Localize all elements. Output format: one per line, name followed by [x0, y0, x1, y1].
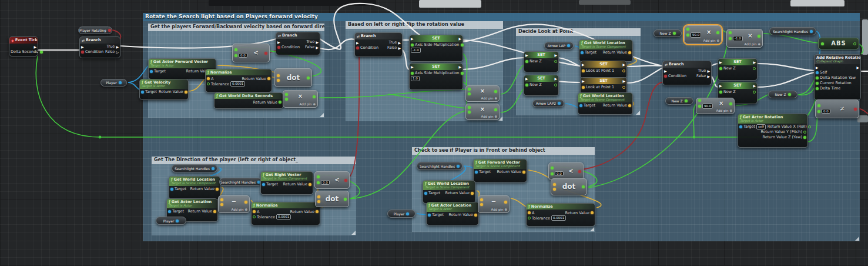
math-node-math-dot-5[interactable]: dot: [551, 178, 587, 195]
green-pin-icon[interactable]: [788, 93, 791, 96]
variable-node-var-searchlight-handles-r[interactable]: Searchlight Handles: [769, 27, 816, 35]
branch-node-branch-2[interactable]: ⇄Branch▶True▶ConditionFalse▶: [354, 32, 403, 57]
add-pin-button[interactable]: Add pin⊕: [744, 42, 760, 46]
exec-pin-icon[interactable]: ▶: [582, 78, 585, 84]
exec-pin-icon[interactable]: ▶: [664, 69, 667, 73]
exec-pin-icon[interactable]: ▶: [554, 52, 557, 58]
exec-pin-icon[interactable]: ▶: [411, 35, 414, 42]
green-pin-icon[interactable]: [494, 90, 497, 93]
red-pin-icon[interactable]: [277, 46, 280, 49]
yellow-pin-icon[interactable]: [185, 91, 187, 94]
exec-pin-icon[interactable]: ▶: [753, 82, 756, 89]
green-pin-icon[interactable]: [234, 54, 237, 57]
exec-pin-icon[interactable]: ▶: [411, 64, 414, 70]
yellow-pin-icon[interactable]: [207, 77, 210, 80]
fn-node-fn-get-world-location-5[interactable]: ƒGet World LocationTarget is Scene Compo…: [423, 180, 475, 204]
blue-pin-icon[interactable]: [150, 70, 153, 73]
exec-pin-icon[interactable]: ▶: [356, 41, 359, 45]
yellow-pin-icon[interactable]: [474, 214, 477, 217]
green-pin-icon[interactable]: [673, 32, 676, 35]
greeno-pin-icon[interactable]: [528, 217, 531, 220]
pin-value-field[interactable]: 0.0001: [551, 215, 566, 221]
yellow-pin-icon[interactable]: [522, 171, 525, 174]
math-node-math-mult-3[interactable]: ×Add pin⊕: [465, 104, 500, 120]
fn-node-fn-normalize-5[interactable]: ƒNormalizeAReturn ValueTolerance0.0001: [526, 203, 595, 227]
exec-pin-icon[interactable]: ▶: [622, 61, 625, 68]
exec-pin-icon[interactable]: ▷: [116, 51, 119, 54]
blue-pin-icon[interactable]: [567, 44, 570, 47]
exec-pin-icon[interactable]: ▶: [33, 45, 36, 49]
green-pin-icon[interactable]: [719, 67, 722, 70]
exec-pin-icon[interactable]: ▶: [398, 41, 401, 45]
green-pin-icon[interactable]: [729, 102, 732, 105]
exec-pin-icon[interactable]: ▶: [719, 59, 722, 65]
math-node-math-less-5[interactable]: 0.0<: [548, 162, 584, 180]
variable-node-var-searchlight-handles-1[interactable]: Searchlight Handles: [172, 164, 217, 172]
yellow-pin-icon[interactable]: [528, 211, 531, 214]
math-value-field[interactable]: 90.0: [702, 104, 713, 109]
greeno-pin-icon[interactable]: [554, 84, 557, 87]
yellow-pin-icon[interactable]: [277, 79, 280, 82]
greeno-pin-icon[interactable]: [803, 131, 806, 134]
branch-node-branch-left[interactable]: ⇄Branch▶True▶ConditionFalse▷: [79, 36, 120, 58]
math-value-field[interactable]: 0.0: [822, 109, 830, 114]
blue-pin-icon[interactable]: [428, 214, 431, 217]
math-value-field[interactable]: 90.0: [691, 32, 701, 38]
math-node-math-not-equal[interactable]: 0.0≠: [815, 99, 859, 118]
math-node-math-less-1[interactable]: 0.0<: [232, 44, 270, 62]
green-pin-icon[interactable]: [686, 34, 689, 36]
math-node-math-mult-90-sel[interactable]: 90.0×Add pin⊕: [684, 25, 722, 44]
green-pin-icon[interactable]: [716, 31, 719, 34]
math-node-math-sub-5[interactable]: −Add pin⊕: [478, 195, 510, 213]
green-pin-icon[interactable]: [468, 92, 471, 95]
blue-pin-icon[interactable]: [810, 30, 813, 33]
green-pin-icon[interactable]: [461, 44, 464, 46]
fn-node-fn-get-forward-vector[interactable]: ƒGet Forward VectorTarget is Scene Compo…: [473, 159, 527, 182]
collapsed-node-collapsed-add-relative-rotation[interactable]: Add Relative RotationCollapsed Graph▶▶Se…: [814, 54, 861, 100]
variable-node-var-player-4[interactable]: Player: [156, 217, 186, 225]
green-pin-icon[interactable]: [816, 87, 819, 90]
red-pin-icon[interactable]: [578, 170, 581, 173]
event-node-event-tick[interactable]: ◆Event Tick▶Delta Seconds: [9, 36, 38, 56]
comment-header[interactable]: Decide Look at Point: [516, 28, 641, 36]
comment-header[interactable]: Get the players Forward/Backward velocit…: [148, 24, 324, 31]
green-pin-icon[interactable]: [317, 175, 320, 178]
blue-pin-icon[interactable]: [558, 102, 561, 105]
fn-node-fn-get-velocity[interactable]: ƒGet VelocityTarget is ActorTargetReturn…: [139, 79, 189, 100]
green-pin-icon[interactable]: [285, 93, 288, 96]
add-pin-button[interactable]: Add pin⊕: [231, 208, 247, 212]
exec-pin-icon[interactable]: ▶: [316, 46, 319, 49]
blue-pin-icon[interactable]: [212, 167, 215, 170]
yellow-pin-icon[interactable]: [582, 69, 585, 72]
green-pin-icon[interactable]: [468, 106, 471, 109]
yellow-pin-icon[interactable]: [220, 198, 223, 201]
blue-pin-icon[interactable]: [739, 125, 742, 128]
exec-pin-icon[interactable]: ▶: [707, 69, 710, 73]
yellowo-pin-icon[interactable]: [622, 86, 625, 89]
green-pin-icon[interactable]: [729, 37, 732, 40]
math-node-math-less-4[interactable]: 0.0<: [314, 171, 350, 189]
yellow-pin-icon[interactable]: [504, 201, 507, 204]
yellow-pin-icon[interactable]: [220, 203, 223, 206]
blue-pin-icon[interactable]: [816, 71, 819, 74]
greeno-pin-icon[interactable]: [207, 82, 210, 85]
set-node-set-look-at-point-1[interactable]: ▶SET▶Look at Point 1: [580, 61, 627, 78]
red-pin-icon[interactable]: [108, 29, 111, 32]
fn-node-fn-normalize-4[interactable]: ƒNormalizeAReturn ValueTolerance0.0001: [251, 202, 320, 225]
exec-pin-icon[interactable]: ▶: [856, 66, 859, 69]
green-pin-icon[interactable]: [461, 72, 464, 75]
comment-resize-handle[interactable]: [590, 227, 594, 231]
blue-pin-icon[interactable]: [119, 81, 122, 84]
exec-pin-icon[interactable]: ▶: [525, 75, 528, 82]
green-pin-icon[interactable]: [411, 44, 414, 46]
red-pin-icon[interactable]: [356, 46, 359, 49]
math-node-math-mult-neg1[interactable]: -1.0×Add pin⊕: [726, 29, 763, 48]
fn-node-fn-get-actor-location-5[interactable]: ƒGet Actor LocationTarget is ActorTarget…: [426, 202, 479, 225]
fn-node-fn-get-world-location-4[interactable]: ƒGet World LocationTarget is Scene Compo…: [169, 176, 220, 200]
add-pin-button[interactable]: Add pin⊕: [716, 109, 732, 113]
yellow-pin-icon[interactable]: [277, 74, 280, 77]
math-value-field[interactable]: 0.0: [239, 53, 247, 58]
set-node-set-axis-side-2[interactable]: ▶SET▶Axis Side Multiplication1.0: [409, 63, 463, 90]
greeno-pin-icon[interactable]: [853, 42, 856, 45]
exec-pin-icon[interactable]: ▶: [707, 75, 710, 78]
